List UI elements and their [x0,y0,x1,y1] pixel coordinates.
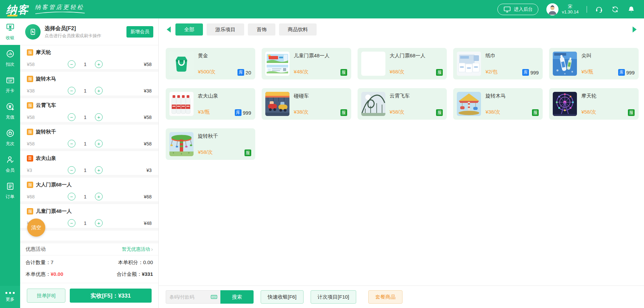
service-badge: 服 [436,69,443,76]
clear-cart-button[interactable]: 清空 [27,219,45,237]
checkout-button[interactable]: 实收[F5]：¥331 [70,289,152,303]
increase-qty-button[interactable]: + [95,60,103,68]
sidebar-item-open-card[interactable]: VIP开卡 [0,71,20,98]
child-ticket-image [265,52,289,76]
swing-ride-image [169,132,194,156]
svg-text:VIP: VIP [8,79,12,82]
select-member-area[interactable]: 选择会员[F2] 点击进行会员搜索或刷卡操作 新增会员 [20,18,158,45]
increase-qty-button[interactable]: + [95,140,103,147]
deduct-count-icon [6,49,15,60]
sidebar-item-member[interactable]: 会员 [0,151,20,177]
product-card[interactable]: 黄金¥500/次库20 [166,48,255,79]
increase-qty-button[interactable]: + [95,87,103,95]
decrease-qty-button[interactable]: − [68,219,75,227]
decrease-qty-button[interactable]: − [68,140,75,147]
keyboard-icon[interactable] [210,293,218,301]
service-badge: 服 [27,49,33,56]
stock-count: 999 [530,70,539,75]
barcode-input[interactable] [169,294,210,300]
promo-value-link[interactable]: 暂无优惠活动 › [122,246,153,253]
product-price: ¥48/次 [294,69,309,75]
sidebar-item-recharge-count[interactable]: 充次 [0,124,20,151]
panel-actions: 挂单[F8] 实收[F5]：¥331 [20,283,158,308]
service-badge: 服 [27,129,33,135]
user-chip: 宋 v1.30.14 [546,3,579,15]
cart-item: 普农夫山泉¥3−1+¥3 [20,151,158,178]
topbar: 纳客 纳客管店更轻松 进入后台 宋 v1.30.14 [0,0,644,18]
count-item-button[interactable]: 计次项目[F10] [311,290,356,304]
decrease-qty-button[interactable]: − [68,113,75,121]
member-icon [6,155,15,166]
sidebar-item-more[interactable]: 更多 [0,286,20,308]
decrease-qty-button[interactable]: − [68,166,75,174]
enter-backend-button[interactable]: 进入后台 [497,4,538,15]
gold-bag-image [169,52,194,76]
decrease-qty-button[interactable]: − [68,87,75,95]
decrease-qty-button[interactable]: − [68,60,75,68]
product-card[interactable]: 摩天轮¥58/次服 [549,88,639,120]
product-badges: 库999 [522,69,539,76]
member-card-icon [25,24,41,40]
cart-item-total: ¥3 [146,168,152,173]
combo-product-button[interactable]: 套餐商品 [368,290,402,304]
product-card[interactable]: 纸巾¥2/包库999 [453,48,543,79]
product-card[interactable]: 农夫山泉¥3/瓶库999 [166,88,255,120]
product-badges: 服 [628,109,635,116]
category-tab[interactable]: 游乐项目 [207,23,244,36]
sidebar-item-cashier[interactable]: 收银 [0,18,20,45]
notification-bell-icon[interactable] [627,5,635,13]
quantity-stepper: −1+ [68,166,103,174]
brand: 纳客 纳客管店更轻松 [6,3,85,15]
increase-qty-button[interactable]: + [95,193,103,200]
product-card[interactable]: 尖叫¥5/瓶库999 [549,48,639,79]
cart-item: 服旋转秋千¥58−1+¥58 [20,125,158,151]
quick-checkout-button[interactable]: 快速收银[F6] [261,290,304,304]
product-card[interactable]: 云霄飞车¥58/次服 [358,88,447,120]
recharge-count-icon [6,129,15,139]
cart-item: 服旋转木马¥38−1+¥38 [20,72,158,98]
product-card[interactable]: 旋转木马¥38/次服 [453,88,543,120]
sidebar-item-orders[interactable]: 订单 [0,177,20,204]
cart-item-name: 农夫山泉 [36,155,56,162]
product-badges: 库999 [618,69,635,76]
product-card[interactable]: 碰碰车¥38/次服 [262,88,351,120]
sidebar-item-deduct-count[interactable]: 扣次 [0,45,20,71]
category-tab[interactable]: 首饰 [248,23,275,36]
promo-label: 优惠活动 [25,246,46,252]
cart-item-name: 云霄飞车 [36,102,56,109]
category-tabs: 全部游乐项目首饰商品饮料 [175,23,317,36]
product-card[interactable]: 儿童门票48一人¥48/次服 [262,48,351,79]
water-bottles-image [169,92,194,116]
increase-qty-button[interactable]: + [95,166,103,174]
product-badges: 服 [436,69,443,76]
service-badge: 服 [27,182,33,188]
product-card[interactable]: 大人门票68一人¥68/次服 [358,48,447,79]
product-price: ¥500/次 [198,69,216,75]
chevron-right-icon[interactable] [633,26,637,33]
product-card[interactable]: 旋转秋千¥58/次服 [166,128,255,160]
service-badge: 服 [340,69,347,76]
category-tab[interactable]: 全部 [175,23,203,36]
normal-badge: 普 [27,155,33,162]
increase-qty-button[interactable]: + [95,219,103,227]
hold-order-button[interactable]: 挂单[F8] [27,289,65,303]
cart-panel: 选择会员[F2] 点击进行会员搜索或刷卡操作 新增会员 服摩天轮¥58−1+¥5… [20,18,159,308]
bumper-cars-image [265,92,289,116]
decrease-qty-button[interactable]: − [68,193,75,200]
search-button[interactable]: 搜索 [220,290,254,304]
chevron-left-icon[interactable] [167,26,171,33]
cart-item: 服摩天轮¥58−1+¥58 [20,45,158,72]
monitor-icon [503,5,511,13]
customer-service-icon[interactable] [595,5,603,13]
sidebar-item-recharge[interactable]: 充值 [0,98,20,124]
add-member-button[interactable]: 新增会员 [126,26,153,38]
category-tab[interactable]: 商品饮料 [279,23,317,36]
topbar-divider [587,6,587,13]
avatar[interactable] [546,3,558,15]
increase-qty-button[interactable]: + [95,113,103,121]
sync-icon[interactable] [611,5,619,13]
scream-drink-image [553,52,577,76]
product-price: ¥3/瓶 [198,109,210,115]
cart-item-qty: 1 [84,221,87,226]
stock-badge: 库 [235,109,241,116]
